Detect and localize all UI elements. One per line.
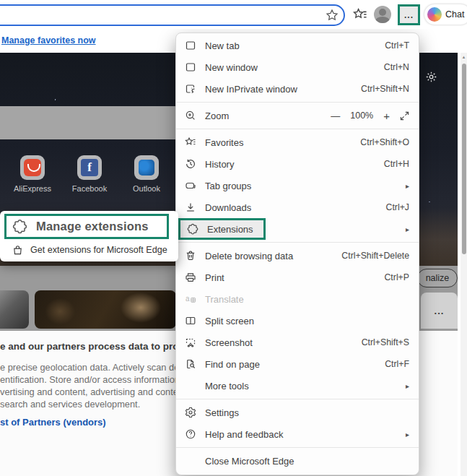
settings-icon (185, 407, 196, 418)
extensions-highlight-box: Extensions (178, 218, 266, 240)
favorites-hub-icon[interactable] (352, 7, 368, 23)
get-extensions-item[interactable]: Get extensions for Microsoft Edge (0, 241, 178, 259)
avatar-body (375, 17, 390, 23)
manage-extensions-label: Manage extensions (36, 220, 149, 233)
menu-item-zoom[interactable]: Zoom—100%+ (176, 105, 419, 126)
menu-item-more-tools[interactable]: More tools▸ (176, 375, 419, 397)
menu-item-screenshot[interactable]: ScreenshotCtrl+Shift+S (176, 332, 419, 353)
menu-item-downloads[interactable]: DownloadsCtrl+J (176, 196, 419, 218)
menu-item-shortcut: Ctrl+Shift+O (360, 137, 409, 147)
menu-item-shortcut: Ctrl+F (385, 359, 409, 369)
shortcut-label: AliExpress (7, 184, 58, 193)
partners-vendors-link[interactable]: st of Partners (vendors) (0, 417, 106, 428)
copilot-icon (427, 7, 442, 22)
menu-item-label: Settings (205, 407, 409, 418)
extensions-icon (187, 223, 198, 235)
menu-item-tab-groups[interactable]: Tab groups▸ (176, 175, 419, 196)
get-extensions-label: Get extensions for Microsoft Edge (30, 245, 167, 255)
menu-item-new-tab[interactable]: New tabCtrl+T (176, 35, 419, 56)
submenu-chevron-icon: ▸ (406, 225, 409, 233)
menu-item-delete-browsing-data[interactable]: Delete browsing dataCtrl+Shift+Delete (176, 245, 419, 267)
facebook-tile[interactable]: f (77, 155, 102, 180)
menu-item-close-microsoft-edge[interactable]: Close Microsoft Edge (176, 450, 419, 472)
outlook-icon (139, 160, 154, 176)
tab-groups-icon (185, 180, 196, 191)
menu-item-print[interactable]: PrintCtrl+P (176, 267, 419, 288)
zoom-out-button[interactable]: — (331, 111, 340, 121)
aliexpress-icon (24, 159, 41, 176)
delete-icon (185, 250, 196, 261)
menu-item-label: Translate (205, 294, 409, 305)
menu-item-label: New InPrivate window (205, 84, 361, 95)
settings-and-more-menu: New tabCtrl+TNew windowCtrl+NNew InPriva… (175, 33, 419, 475)
menu-item-label: Screenshot (205, 337, 362, 348)
menu-divider (176, 399, 419, 399)
shopping-bag-icon (12, 245, 23, 256)
menu-item-shortcut: Ctrl+Shift+N (361, 84, 409, 94)
scrollbar-up-arrow-icon[interactable]: ▲ (461, 55, 467, 59)
menu-item-find-on-page[interactable]: Find on pageCtrl+F (176, 353, 419, 375)
menu-item-favorites[interactable]: FavoritesCtrl+Shift+O (176, 131, 419, 153)
menu-item-shortcut: Ctrl+Shift+Delete (341, 251, 409, 261)
personalize-button[interactable]: nalize (417, 269, 458, 287)
address-bar[interactable] (0, 4, 345, 26)
zoom-icon (185, 110, 196, 121)
menu-item-settings[interactable]: Settings (176, 402, 419, 423)
menu-divider (176, 102, 419, 103)
menu-item-label: Split screen (205, 316, 409, 326)
downloads-icon (185, 202, 196, 213)
shortcut-aliexpress[interactable]: AliExpress (7, 155, 58, 193)
history-icon (185, 158, 196, 170)
manage-favorites-link[interactable]: Manage favorites now (1, 35, 96, 46)
scrollbar-thumb[interactable] (462, 64, 466, 254)
help-icon (185, 428, 196, 440)
settings-more-highlight-box: ... (398, 4, 420, 25)
menu-item-label: Zoom (205, 111, 331, 121)
menu-item-label: More tools (205, 381, 406, 391)
menu-item-translate: aTranslate (176, 288, 419, 310)
menu-item-split-screen[interactable]: Split screen (176, 310, 419, 332)
aliexpress-tile[interactable] (20, 155, 45, 180)
facebook-icon: f (81, 159, 98, 176)
menu-item-new-window[interactable]: New windowCtrl+N (176, 56, 419, 78)
shortcut-label: Facebook (64, 184, 115, 193)
browser-window: AliExpress f Facebook Outlook nalize ...… (0, 0, 467, 476)
new-inprivate-icon (185, 83, 196, 95)
menu-divider (176, 129, 419, 129)
chat-button[interactable]: Chat (424, 4, 467, 25)
extensions-icon (12, 219, 27, 234)
fullscreen-icon[interactable] (400, 111, 409, 121)
submenu-chevron-icon: ▸ (406, 182, 409, 190)
settings-more-button[interactable]: ... (400, 7, 418, 23)
outlook-tile[interactable] (134, 155, 159, 180)
menu-item-shortcut: Ctrl+Shift+S (362, 337, 409, 347)
news-thumbnail-main[interactable] (35, 290, 176, 329)
menu-divider (176, 447, 419, 448)
add-favorite-star-icon[interactable] (326, 9, 339, 22)
shortcut-outlook[interactable]: Outlook (121, 155, 172, 193)
menu-item-help-and-feedback[interactable]: Help and feedback▸ (176, 423, 419, 445)
shortcut-facebook[interactable]: f Facebook (64, 155, 115, 193)
menu-item-label: New tab (205, 40, 385, 51)
profile-avatar[interactable] (374, 6, 391, 23)
new-window-icon (185, 61, 196, 73)
menu-item-history[interactable]: HistoryCtrl+H (176, 153, 419, 175)
zoom-in-button[interactable]: + (383, 110, 390, 122)
chat-label: Chat (445, 9, 464, 20)
new-tab-icon (185, 40, 196, 51)
page-settings-gear-icon[interactable] (425, 71, 437, 83)
translate-icon: a (185, 293, 196, 305)
zoom-level-value: 100% (350, 111, 373, 121)
menu-item-new-inprivate-window[interactable]: New InPrivate windowCtrl+Shift+N (176, 78, 419, 100)
menu-item-label: Extensions (207, 224, 253, 235)
scrollbar[interactable]: ▲ (461, 53, 467, 476)
manage-extensions-highlight-box[interactable]: Manage extensions (4, 214, 169, 239)
menu-item-label: Help and feedback (205, 429, 406, 440)
svg-text:a: a (186, 295, 190, 303)
menu-item-shortcut: Ctrl+H (384, 159, 409, 169)
news-card-more-button[interactable]: ... (421, 293, 458, 329)
browser-toolbar: ... Chat (0, 0, 467, 29)
menu-item-extensions[interactable]: Extensions▸ (176, 218, 419, 240)
menu-item-label: New window (205, 62, 384, 73)
news-thumbnail-left[interactable] (0, 290, 29, 329)
